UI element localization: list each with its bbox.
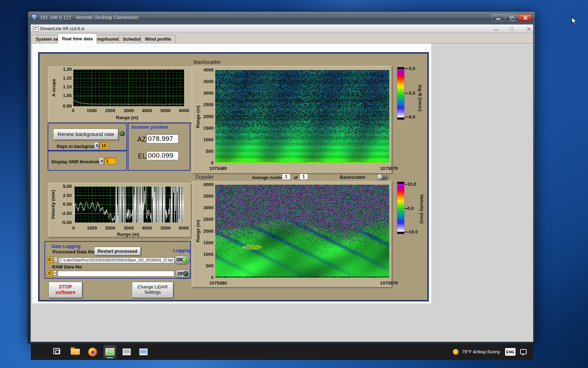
taskbar-file-explorer-button[interactable] — [69, 345, 82, 359]
taskbar-firefox-button[interactable] — [86, 345, 99, 359]
task-view-icon — [53, 348, 60, 354]
backscatter-graph: Range (m) 400035003000250020001500100050… — [192, 66, 392, 173]
velocity-graph: Velocity (m/s) 5.002.500.00-2.50-5.00 01… — [48, 183, 191, 237]
processed-path-field[interactable]: C:\Lidar\Data\Proc\2023\202309\20230916\… — [58, 257, 174, 263]
average-number-label: Average number — [252, 175, 285, 180]
doppler-colorbar-label: Velocity (m/s) — [419, 190, 425, 228]
tab-wind-profile[interactable]: Wind profile — [141, 35, 175, 43]
background-box: Renew background now Rays in background … — [48, 123, 127, 151]
backscatter-toggle[interactable] — [377, 174, 388, 179]
tick-label: -5.5 — [407, 90, 415, 96]
taskbar: 79°F &nb­sp;Sunny ENG — [31, 343, 533, 360]
tick-label: 1000 — [84, 225, 100, 231]
colorbar-tick-mark — [405, 184, 407, 185]
tick-label: 4000 — [200, 182, 214, 187]
chat-icon[interactable] — [520, 349, 527, 354]
taskbar-app-button-1[interactable] — [120, 345, 133, 359]
rdp-app-icon — [105, 348, 114, 355]
tick-label: 3000 — [200, 205, 214, 210]
folder-icon — [71, 349, 80, 355]
el-value-field[interactable]: 000.099 — [146, 151, 178, 160]
raw-file-label: RAW Data file — [52, 264, 82, 270]
tab-strip: System setup Real time data Temp/humidit… — [31, 33, 533, 43]
mouse-cursor — [572, 17, 578, 25]
app-window-icon-2 — [139, 348, 148, 355]
weather-icon[interactable] — [453, 349, 458, 355]
off-led — [183, 271, 189, 277]
tick-label: 4000 — [139, 108, 155, 113]
raw-logging-toggle[interactable]: OFF — [175, 270, 190, 278]
doppler-plot — [215, 185, 389, 278]
tick-label: 0.00 — [58, 202, 72, 207]
tick-label: 6000 — [176, 108, 192, 113]
snr-value-field[interactable]: 1 — [104, 158, 116, 164]
processed-logging-toggle[interactable]: ON — [174, 255, 189, 264]
tick-label: 2500 — [200, 102, 214, 107]
taskbar-app-button-2[interactable] — [137, 345, 150, 359]
ascope-graph: A-scope 1.201.151.101.050.99 01000200030… — [48, 67, 192, 123]
doppler-colorbar — [397, 182, 405, 234]
colorbar-tick-mark — [405, 208, 407, 209]
tick-label: 3500 — [200, 79, 214, 84]
vi-window-title: StreamLine XR v14-6.vi — [40, 26, 84, 31]
active-app-indicator — [107, 357, 113, 358]
close-button[interactable] — [518, 14, 532, 21]
vi-restore-button[interactable] — [509, 27, 515, 31]
average-number-field[interactable]: 1 — [282, 173, 290, 180]
tick-label: 0.0 — [407, 206, 414, 211]
tick-label: 0 — [66, 225, 81, 231]
restart-processed-button[interactable]: Restart processed file — [94, 247, 141, 255]
backscatter-x-start: 1075480 — [206, 166, 230, 171]
ascope-ylabel: A-scope — [51, 72, 56, 103]
on-led — [182, 257, 188, 263]
change-lidar-settings-button[interactable]: Change LiDAR Settings — [132, 282, 173, 298]
vi-minimize-button[interactable] — [493, 27, 499, 31]
az-value-field[interactable]: 078.997 — [146, 134, 178, 143]
tick-label: -10.0 — [407, 229, 418, 234]
scanner-position-box: Scanner position AZ 078.997 EL 000.099 — [128, 123, 190, 171]
minimize-button[interactable] — [492, 14, 504, 21]
raw-drive-box[interactable]: C — [47, 270, 53, 277]
weather-text[interactable]: 79°F &nb­sp;Sunny — [462, 349, 500, 354]
language-indicator[interactable]: ENG — [505, 348, 516, 356]
restore-button[interactable] — [505, 14, 517, 21]
doppler-title: Doppler — [195, 174, 214, 180]
vi-close-button[interactable] — [526, 27, 532, 31]
tick-label: 2000 — [200, 229, 214, 234]
data-logging-title: Data Logging — [51, 244, 80, 249]
processed-file-label: Processed Data file — [52, 249, 94, 254]
tick-label: 6000 — [176, 225, 191, 231]
ascope-xlabel: Range (m) — [99, 115, 155, 120]
tick-label: 3000 — [200, 90, 214, 96]
processed-path-icon — [54, 257, 58, 262]
tick-label: 1.05 — [58, 93, 72, 98]
tick-label: -2.50 — [58, 211, 72, 216]
tick-label: 10.0 — [407, 182, 416, 187]
tab-real-time-data[interactable]: Real time data — [58, 33, 97, 43]
raw-path-field[interactable] — [57, 271, 174, 277]
renew-background-button[interactable]: Renew background now — [53, 129, 118, 140]
processed-drive-box[interactable]: C — [47, 257, 53, 263]
backscatter-toggle-label: Backscatter — [340, 175, 366, 180]
tick-label: 3500 — [200, 193, 214, 199]
el-label: EL — [138, 152, 146, 160]
colorbar-tick-mark — [405, 117, 407, 117]
average-total-field[interactable]: 1 — [299, 173, 308, 180]
tick-label: 1500 — [200, 125, 214, 131]
colorbar-tick-mark — [405, 232, 407, 232]
tick-label: 5000 — [158, 225, 173, 231]
backscatter-title: Backscatter — [194, 59, 221, 65]
tick-label: 0 — [200, 160, 214, 165]
raw-path-icon — [53, 271, 57, 275]
snr-spinner[interactable] — [99, 158, 104, 164]
velocity-ylabel: Velocity (m/s) — [50, 187, 56, 222]
rays-spinner[interactable] — [94, 142, 99, 149]
rdp-window: 192.168.0.122 - Remote Desktop Connectio… — [28, 11, 536, 343]
of-label: of — [294, 175, 298, 180]
taskbar-rdp-button[interactable] — [104, 345, 116, 359]
rays-value-field[interactable]: 10 — [99, 142, 108, 149]
tick-label: 1000 — [200, 137, 214, 142]
colorbar-tick-mark — [405, 93, 407, 94]
taskbar-task-view-button[interactable] — [51, 345, 63, 359]
stop-software-button[interactable]: STOP software — [49, 282, 82, 298]
